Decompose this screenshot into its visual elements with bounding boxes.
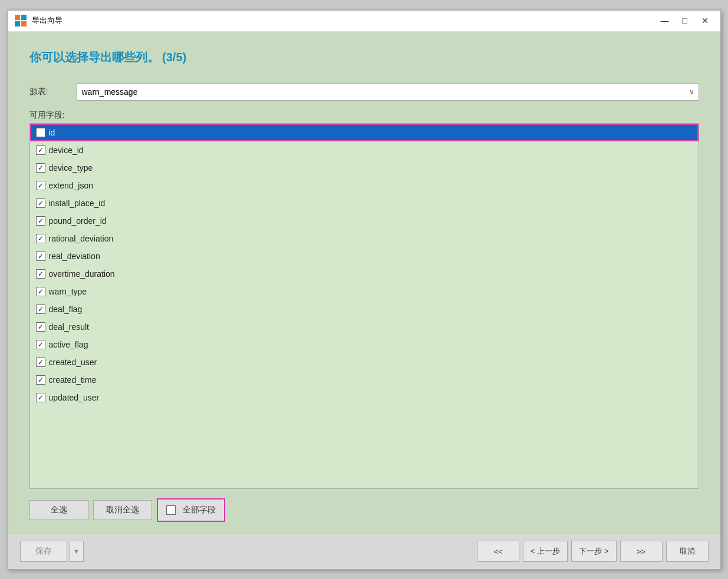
source-select-wrapper: warn_message ∨ — [77, 83, 699, 101]
checkbox-icon[interactable]: ✓ — [36, 181, 45, 190]
svg-rect-3 — [21, 21, 27, 27]
first-button[interactable]: << — [477, 541, 519, 562]
list-item[interactable]: id — [30, 124, 699, 141]
checkbox-icon[interactable]: ✓ — [36, 145, 45, 155]
footer: 保存 ▼ << < 上一步 下一步 > >> 取消 — [8, 534, 720, 569]
main-content: 你可以选择导出哪些列。 (3/5) 源表: warn_message ∨ 可用字… — [8, 32, 720, 534]
field-name: created_time — [49, 375, 97, 385]
checkbox-icon[interactable]: ✓ — [36, 269, 45, 279]
svg-rect-2 — [15, 21, 20, 27]
checkbox-icon[interactable]: ✓ — [36, 305, 45, 314]
field-name: device_type — [49, 163, 93, 173]
list-item[interactable]: ✓ rational_deviation — [30, 230, 699, 247]
minimize-button[interactable]: — — [655, 14, 674, 28]
checkbox-icon[interactable] — [36, 128, 45, 137]
select-all-button[interactable]: 全选 — [29, 500, 88, 520]
svg-rect-0 — [15, 15, 20, 20]
prev-button[interactable]: < 上一步 — [523, 541, 568, 562]
field-name: device_id — [49, 145, 84, 155]
checkbox-icon[interactable]: ✓ — [36, 216, 45, 226]
list-item[interactable]: ✓ deal_flag — [30, 300, 699, 318]
save-button: 保存 — [20, 541, 67, 562]
list-item[interactable]: ✓ created_user — [30, 353, 699, 371]
checkbox-icon[interactable]: ✓ — [36, 340, 45, 349]
list-item[interactable]: ✓ overtime_duration — [30, 265, 699, 283]
field-name: real_deviation — [49, 252, 100, 261]
list-item[interactable]: ✓ warn_type — [30, 283, 699, 300]
list-item[interactable]: ✓ device_type — [30, 159, 699, 177]
footer-right: << < 上一步 下一步 > >> 取消 — [477, 541, 708, 562]
field-name: updated_user — [49, 393, 100, 402]
checkbox-icon[interactable]: ✓ — [36, 322, 45, 332]
list-item[interactable]: ✓ created_time — [30, 371, 699, 389]
field-name: extend_json — [49, 181, 94, 190]
all-fields-button[interactable]: 全部字段 — [157, 498, 225, 522]
fields-section: 可用字段: id ✓ device_id ✓ device_type — [29, 110, 699, 489]
deselect-all-button[interactable]: 取消全选 — [93, 500, 152, 520]
field-name: deal_result — [49, 322, 90, 332]
source-label: 源表: — [29, 87, 77, 97]
list-item[interactable]: ✓ updated_user — [30, 389, 699, 406]
field-name: rational_deviation — [49, 234, 114, 243]
footer-left: 保存 ▼ — [20, 541, 84, 562]
field-name: install_place_id — [49, 198, 106, 208]
checkbox-icon[interactable]: ✓ — [36, 198, 45, 208]
checkbox-icon[interactable]: ✓ — [36, 358, 45, 367]
field-name: created_user — [49, 358, 97, 367]
field-name: id — [49, 128, 55, 137]
svg-rect-1 — [21, 15, 27, 20]
field-name: overtime_duration — [49, 269, 115, 279]
cancel-button[interactable]: 取消 — [666, 541, 709, 562]
window-controls: — □ ✕ — [655, 14, 714, 28]
all-fields-label: 全部字段 — [183, 505, 216, 515]
list-item[interactable]: ✓ active_flag — [30, 336, 699, 353]
checkbox-icon[interactable]: ✓ — [36, 375, 45, 385]
field-name: active_flag — [49, 340, 88, 349]
title-bar: 导出向导 — □ ✕ — [8, 11, 720, 32]
source-table-row: 源表: warn_message ∨ — [29, 83, 699, 101]
checkbox-icon[interactable]: ✓ — [36, 234, 45, 243]
close-button[interactable]: ✕ — [696, 14, 714, 28]
checkbox-icon[interactable]: ✓ — [36, 163, 45, 173]
list-item[interactable]: ✓ device_id — [30, 141, 699, 159]
list-item[interactable]: ✓ extend_json — [30, 177, 699, 194]
checkbox-icon[interactable]: ✓ — [36, 393, 45, 402]
all-fields-checkbox[interactable] — [166, 505, 176, 515]
window-title: 导出向导 — [32, 15, 655, 26]
field-name: deal_flag — [49, 305, 83, 314]
maximize-button[interactable]: □ — [676, 14, 694, 28]
save-dropdown-button[interactable]: ▼ — [70, 541, 84, 562]
app-icon — [14, 14, 27, 27]
checkbox-icon[interactable]: ✓ — [36, 252, 45, 261]
bottom-buttons: 全选 取消全选 全部字段 — [29, 498, 699, 522]
fields-label: 可用字段: — [29, 110, 699, 121]
next-button[interactable]: 下一步 > — [571, 541, 616, 562]
field-name: warn_type — [49, 287, 87, 296]
export-wizard-window: 导出向导 — □ ✕ 你可以选择导出哪些列。 (3/5) 源表: warn_me… — [8, 10, 721, 570]
checkbox-icon[interactable]: ✓ — [36, 287, 45, 296]
page-title: 你可以选择导出哪些列。 (3/5) — [29, 49, 699, 65]
list-item[interactable]: ✓ install_place_id — [30, 194, 699, 212]
list-item[interactable]: ✓ deal_result — [30, 318, 699, 336]
fields-list[interactable]: id ✓ device_id ✓ device_type ✓ extend_js… — [29, 123, 699, 489]
field-name: pound_order_id — [49, 216, 107, 226]
source-table-select[interactable]: warn_message — [77, 83, 699, 101]
list-item[interactable]: ✓ real_deviation — [30, 247, 699, 265]
list-item[interactable]: ✓ pound_order_id — [30, 212, 699, 230]
last-button[interactable]: >> — [620, 541, 663, 562]
